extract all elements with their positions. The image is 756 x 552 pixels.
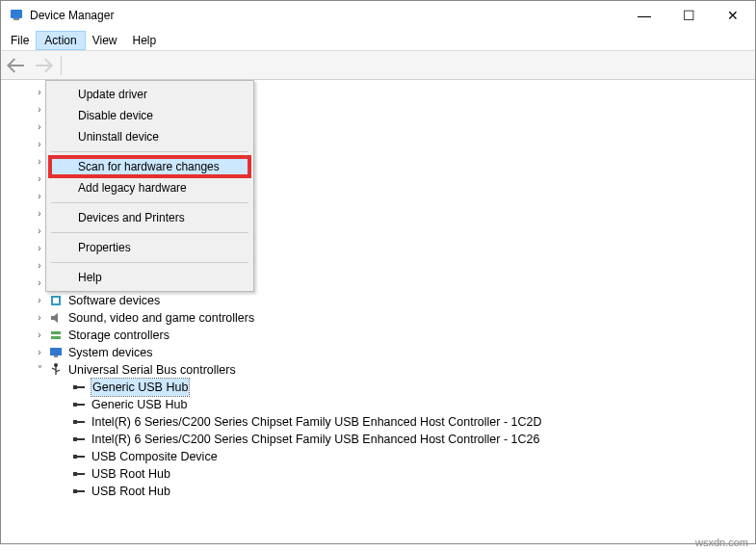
- tree-leaf[interactable]: Intel(R) 6 Series/C200 Series Chipset Fa…: [1, 413, 755, 431]
- tree-node-label: Sound, video and game controllers: [68, 309, 254, 327]
- close-button[interactable]: ✕: [711, 1, 755, 30]
- toolbar: [1, 51, 755, 80]
- svg-rect-18: [73, 420, 77, 424]
- expand-icon[interactable]: ›: [34, 257, 45, 275]
- expand-icon[interactable]: ›: [34, 101, 45, 118]
- svg-rect-21: [73, 472, 77, 476]
- tree-node-usb[interactable]: ˅ Universal Serial Bus controllers: [1, 361, 755, 379]
- expand-icon[interactable]: ›: [34, 118, 45, 136]
- tree-node[interactable]: ›Software devices: [1, 292, 755, 309]
- titlebar[interactable]: Device Manager — ☐ ✕: [1, 1, 755, 30]
- menu-help[interactable]: Help: [125, 32, 165, 49]
- expand-icon[interactable]: ›: [34, 84, 45, 101]
- menu-item-update-driver[interactable]: Update driver: [49, 84, 250, 105]
- tree-leaf[interactable]: USB Composite Device: [1, 448, 755, 465]
- menu-separator: [51, 262, 248, 263]
- usb-connector-icon: [71, 449, 87, 464]
- tree-node-label: Storage controllers: [68, 327, 169, 344]
- expand-icon[interactable]: ›: [34, 292, 45, 309]
- tree-node[interactable]: ›System devices: [1, 344, 755, 361]
- minimize-button[interactable]: —: [622, 1, 666, 30]
- menu-item-scan-for-hardware-changes[interactable]: Scan for hardware changes: [49, 156, 250, 177]
- tree-node-label: Software devices: [68, 292, 160, 309]
- tree-leaf-label: USB Root Hub: [91, 465, 170, 483]
- menu-action[interactable]: Action: [37, 32, 84, 49]
- menu-view[interactable]: View: [85, 32, 125, 49]
- menu-separator: [51, 202, 248, 203]
- menu-file[interactable]: File: [3, 32, 37, 49]
- expand-icon[interactable]: ›: [34, 223, 45, 240]
- tree-leaf[interactable]: USB Root Hub: [1, 483, 755, 500]
- menu-item-uninstall-device[interactable]: Uninstall device: [49, 126, 250, 147]
- svg-rect-12: [51, 336, 61, 339]
- usb-connector-icon: [71, 397, 87, 412]
- window-title: Device Manager: [30, 9, 622, 22]
- window-icon: [9, 8, 24, 23]
- svg-rect-10: [53, 298, 59, 303]
- svg-rect-22: [73, 489, 77, 493]
- svg-rect-17: [73, 403, 77, 407]
- usb-icon: [48, 362, 64, 378]
- forward-button[interactable]: [32, 55, 53, 76]
- menu-item-devices-and-printers[interactable]: Devices and Printers: [49, 207, 250, 228]
- software-icon: [48, 293, 64, 308]
- action-menu[interactable]: Update driverDisable deviceUninstall dev…: [45, 80, 254, 292]
- expand-icon[interactable]: ›: [34, 153, 45, 171]
- tree-leaf[interactable]: Generic USB Hub: [1, 379, 755, 396]
- maximize-button[interactable]: ☐: [666, 1, 711, 30]
- expand-icon[interactable]: ›: [34, 136, 45, 153]
- usb-connector-icon: [71, 414, 87, 430]
- content-area: ››››››››› ›Ports (COM & LPT)›Print queue…: [1, 80, 755, 543]
- menu-item-properties[interactable]: Properties: [49, 237, 250, 258]
- tree-leaf-label: USB Root Hub: [91, 483, 170, 500]
- svg-rect-20: [73, 455, 77, 459]
- expand-icon[interactable]: ›: [34, 275, 45, 292]
- menu-item-help[interactable]: Help: [49, 267, 250, 288]
- menu-separator: [51, 151, 248, 152]
- svg-rect-13: [50, 348, 62, 355]
- tree-leaf-label: Generic USB Hub: [91, 396, 187, 413]
- menu-item-add-legacy-hardware[interactable]: Add legacy hardware: [49, 177, 250, 198]
- svg-rect-19: [73, 437, 77, 441]
- tree-leaf-label: Generic USB Hub: [91, 379, 189, 396]
- usb-connector-icon: [71, 484, 87, 499]
- tree-node-label: System devices: [68, 344, 153, 361]
- usb-connector-icon: [71, 380, 87, 395]
- back-button[interactable]: [7, 55, 28, 76]
- usb-connector-icon: [71, 466, 87, 482]
- expand-icon[interactable]: ›: [34, 344, 45, 361]
- tree-children: Generic USB HubGeneric USB HubIntel(R) 6…: [1, 379, 755, 500]
- menu-separator: [51, 232, 248, 233]
- device-manager-window: Device Manager — ☐ ✕ File Action View He…: [0, 0, 756, 544]
- collapse-icon[interactable]: ˅: [34, 361, 45, 379]
- expand-icon[interactable]: ›: [34, 327, 45, 344]
- svg-rect-0: [11, 10, 22, 18]
- tree-leaf[interactable]: Intel(R) 6 Series/C200 Series Chipset Fa…: [1, 431, 755, 448]
- sound-icon: [48, 310, 64, 326]
- tree-node[interactable]: ›Sound, video and game controllers: [1, 309, 755, 327]
- menubar: File Action View Help: [1, 30, 755, 51]
- svg-rect-1: [13, 18, 19, 20]
- storage-icon: [48, 328, 64, 343]
- watermark: wsxdn.com: [695, 537, 748, 548]
- svg-rect-16: [73, 385, 77, 389]
- tree-leaf[interactable]: Generic USB Hub: [1, 396, 755, 413]
- tree-leaf[interactable]: USB Root Hub: [1, 465, 755, 483]
- tree-leaf-label: Intel(R) 6 Series/C200 Series Chipset Fa…: [91, 413, 542, 431]
- tree-leaf-label: USB Composite Device: [91, 448, 218, 465]
- expand-icon[interactable]: ›: [34, 309, 45, 327]
- expand-icon[interactable]: ›: [34, 205, 45, 223]
- expand-icon[interactable]: ›: [34, 171, 45, 188]
- svg-rect-14: [54, 355, 58, 357]
- tree-node-label: Universal Serial Bus controllers: [68, 361, 236, 379]
- menu-item-disable-device[interactable]: Disable device: [49, 105, 250, 126]
- expand-icon[interactable]: ›: [34, 188, 45, 205]
- svg-rect-11: [51, 331, 61, 334]
- system-icon: [48, 345, 64, 360]
- tree-leaf-label: Intel(R) 6 Series/C200 Series Chipset Fa…: [91, 431, 539, 448]
- usb-connector-icon: [71, 432, 87, 447]
- tree-node[interactable]: ›Storage controllers: [1, 327, 755, 344]
- toolbar-separator: [61, 56, 62, 75]
- expand-icon[interactable]: ›: [34, 240, 45, 257]
